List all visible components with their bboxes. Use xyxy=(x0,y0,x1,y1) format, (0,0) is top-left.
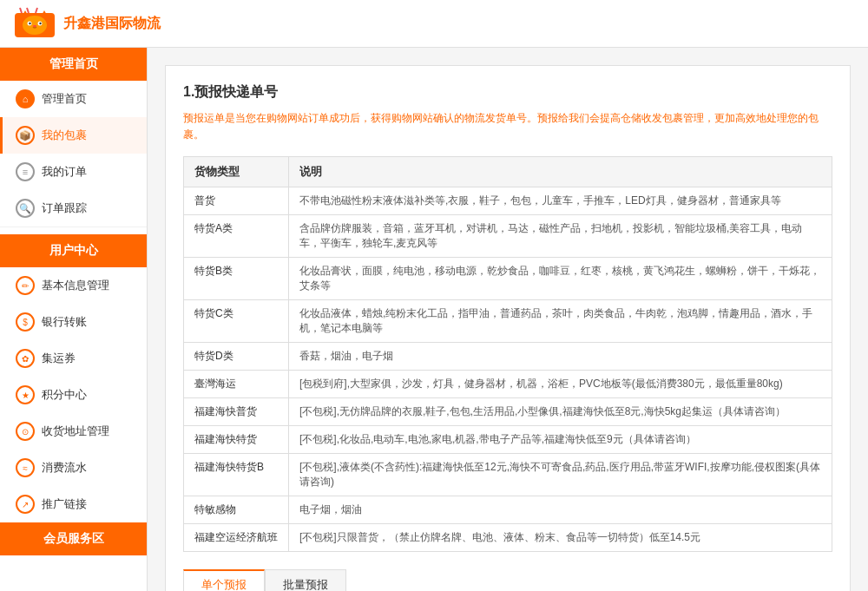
goods-type: 臺灣海运 xyxy=(184,371,289,398)
header: 升鑫港国际物流 xyxy=(0,0,868,48)
goods-row: 福建海快普货[不包税],无仿牌品牌的衣服,鞋子,包包,生活用品,小型像俱,福建海… xyxy=(184,398,832,426)
main-layout: 管理首页 ⌂ 管理首页 📦 我的包裹 ≡ 我的订单 xyxy=(0,48,868,591)
package-label: 我的包裹 xyxy=(42,128,87,143)
goods-type: 特货D类 xyxy=(184,343,289,371)
goods-type: 福建海快特货B xyxy=(184,454,289,496)
sidebar-item-home[interactable]: ⌂ 管理首页 xyxy=(0,81,147,117)
svg-point-4 xyxy=(29,23,30,24)
app-container: 升鑫港国际物流 管理首页 ⌂ 管理首页 📦 我的包裹 ≡ xyxy=(0,0,868,591)
goods-desc: 含品牌仿牌服装，音箱，蓝牙耳机，对讲机，马达，磁性产品，扫地机，投影机，智能垃圾… xyxy=(289,215,832,258)
goods-row: 福建空运经济航班[不包税]只限普货，（禁止仿牌名牌、电池、液体、粉末、食品等一切… xyxy=(184,524,832,552)
svg-point-6 xyxy=(33,25,36,27)
goods-type: 特敏感物 xyxy=(184,496,289,524)
referral-label: 推广链接 xyxy=(42,496,87,512)
logo-area: 升鑫港国际物流 xyxy=(13,6,161,41)
logo-icon xyxy=(13,6,56,41)
logo-text: 升鑫港国际物流 xyxy=(63,15,161,33)
coupon-label: 集运券 xyxy=(42,351,76,366)
address-label: 收货地址管理 xyxy=(42,424,109,439)
goods-row: 普货不带电池磁性粉末液体滋补类等,衣服，鞋子，包包，儿童车，手推车，LED灯具，… xyxy=(184,187,832,215)
home-label: 管理首页 xyxy=(42,91,87,107)
sidebar: 管理首页 ⌂ 管理首页 📦 我的包裹 ≡ 我的订单 xyxy=(0,48,148,591)
profile-icon: ✏ xyxy=(16,276,35,295)
goods-desc: 电子烟，烟油 xyxy=(289,496,832,524)
goods-row: 福建海快特货B[不包税],液体类(不含药性):福建海快低至12元,海快不可寄食品… xyxy=(184,454,832,496)
member-section[interactable]: 会员服务区 xyxy=(0,522,147,555)
bank-label: 银行转账 xyxy=(42,314,87,330)
sidebar-item-referral[interactable]: ↗ 推广链接 xyxy=(0,486,147,522)
goods-type: 福建海快普货 xyxy=(184,398,289,426)
sidebar-item-order[interactable]: ≡ 我的订单 xyxy=(0,154,147,190)
user-section-title[interactable]: 用户中心 xyxy=(0,234,147,267)
goods-type: 普货 xyxy=(184,187,289,215)
col-desc: 说明 xyxy=(289,157,832,187)
goods-type: 特货B类 xyxy=(184,258,289,300)
goods-desc: [不包税],液体类(不含药性):福建海快低至12元,海快不可寄食品,药品,医疗用… xyxy=(289,454,832,496)
sidebar-item-address[interactable]: ⊙ 收货地址管理 xyxy=(0,413,147,450)
svg-point-5 xyxy=(39,23,41,24)
col-type: 货物类型 xyxy=(184,157,289,187)
tracking-icon: 🔍 xyxy=(16,199,35,218)
order-icon: ≡ xyxy=(16,162,35,181)
goods-desc: [不包税],无仿牌品牌的衣服,鞋子,包包,生活用品,小型像俱,福建海快低至8元,… xyxy=(289,398,832,426)
goods-row: 臺灣海运[包税到府],大型家俱，沙发，灯具，健身器材，机器，浴柜，PVC地板等(… xyxy=(184,371,832,398)
goods-row: 特敏感物电子烟，烟油 xyxy=(184,496,832,524)
sidebar-item-bank[interactable]: $ 银行转账 xyxy=(0,304,147,340)
goods-desc: [不包税],化妆品,电动车,电池,家电,机器,带电子产品等,福建海快低至9元（具… xyxy=(289,426,832,454)
flow-icon: ≈ xyxy=(16,458,35,477)
sidebar-item-flow[interactable]: ≈ 消费流水 xyxy=(0,450,147,486)
sidebar-item-package[interactable]: 📦 我的包裹 xyxy=(0,117,147,154)
points-icon: ★ xyxy=(16,385,35,404)
content-card: 1.预报快递单号 预报运单是当您在购物网站订单成功后，获得购物网站确认的物流发货… xyxy=(165,65,851,591)
goods-type: 福建海快特货 xyxy=(184,426,289,454)
tracking-label: 订单跟踪 xyxy=(42,200,87,216)
goods-row: 特货A类含品牌仿牌服装，音箱，蓝牙耳机，对讲机，马达，磁性产品，扫地机，投影机，… xyxy=(184,215,832,258)
main-content: 1.预报快递单号 预报运单是当您在购物网站订单成功后，获得购物网站确认的物流发货… xyxy=(148,48,868,591)
goods-desc: 化妆品液体，蜡烛,纯粉末化工品，指甲油，普通药品，茶叶，肉类食品，牛肉乾，泡鸡脚… xyxy=(289,300,832,343)
page-title: 1.预报快递单号 xyxy=(183,83,832,102)
sidebar-item-tracking[interactable]: 🔍 订单跟踪 xyxy=(0,190,147,227)
divider-1 xyxy=(0,227,147,227)
goods-desc: 不带电池磁性粉末液体滋补类等,衣服，鞋子，包包，儿童车，手推车，LED灯具，健身… xyxy=(289,187,832,215)
goods-desc: [包税到府],大型家俱，沙发，灯具，健身器材，机器，浴柜，PVC地板等(最低消费… xyxy=(289,371,832,398)
home-icon: ⌂ xyxy=(16,89,35,108)
points-label: 积分中心 xyxy=(42,387,87,403)
goods-desc: 化妆品膏状，面膜，纯电池，移动电源，乾炒食品，咖啡豆，红枣，核桃，黄飞鸿花生，螺… xyxy=(289,258,832,300)
goods-type: 特货C类 xyxy=(184,300,289,343)
tab-batch[interactable]: 批量预报 xyxy=(265,569,346,591)
coupon-icon: ✿ xyxy=(16,349,35,368)
sidebar-item-points[interactable]: ★ 积分中心 xyxy=(0,377,147,413)
goods-type: 特货A类 xyxy=(184,215,289,258)
info-text: 预报运单是当您在购物网站订单成功后，获得购物网站确认的物流发货单号。预报给我们会… xyxy=(183,110,832,143)
referral-icon: ↗ xyxy=(16,495,35,514)
goods-desc: 香菇，烟油，电子烟 xyxy=(289,343,832,371)
goods-row: 特货B类化妆品膏状，面膜，纯电池，移动电源，乾炒食品，咖啡豆，红枣，核桃，黄飞鸿… xyxy=(184,258,832,300)
manage-section-title[interactable]: 管理首页 xyxy=(0,48,147,81)
tab-single[interactable]: 单个预报 xyxy=(183,569,265,591)
goods-row: 特货C类化妆品液体，蜡烛,纯粉末化工品，指甲油，普通药品，茶叶，肉类食品，牛肉乾… xyxy=(184,300,832,343)
sidebar-item-profile[interactable]: ✏ 基本信息管理 xyxy=(0,267,147,304)
goods-desc: [不包税]只限普货，（禁止仿牌名牌、电池、液体、粉末、食品等一切特货）低至14.… xyxy=(289,524,832,552)
goods-table: 货物类型 说明 普货不带电池磁性粉末液体滋补类等,衣服，鞋子，包包，儿童车，手推… xyxy=(183,156,832,552)
order-label: 我的订单 xyxy=(42,164,87,180)
sidebar-item-coupon[interactable]: ✿ 集运券 xyxy=(0,340,147,377)
bank-icon: $ xyxy=(16,312,35,332)
flow-label: 消费流水 xyxy=(42,460,87,476)
tabs-area: 单个预报 批量预报 xyxy=(183,569,832,591)
goods-row: 福建海快特货[不包税],化妆品,电动车,电池,家电,机器,带电子产品等,福建海快… xyxy=(184,426,832,454)
goods-type: 福建空运经济航班 xyxy=(184,524,289,552)
profile-label: 基本信息管理 xyxy=(42,278,109,293)
goods-row: 特货D类香菇，烟油，电子烟 xyxy=(184,343,832,371)
address-icon: ⊙ xyxy=(16,422,35,441)
package-icon: 📦 xyxy=(16,126,35,145)
